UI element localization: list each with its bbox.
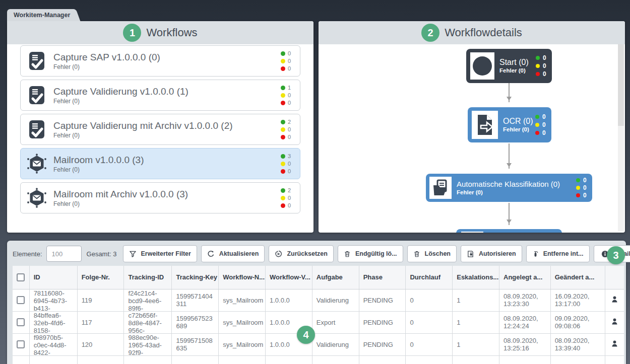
start-circle-icon	[470, 52, 494, 80]
workflow-item-title: Capture Validierung mit Archiv v1.0.0.0 …	[53, 120, 274, 131]
table-row[interactable]: f98970b5-c0ec-44d8-8422- 120 988ec90e-19…	[13, 333, 624, 355]
cell-eskalation: 1	[457, 341, 460, 348]
diagram-node-ocr[interactable]: OCR (0) Fehler (0) 0 0 0	[468, 107, 551, 142]
workflow-item-title: Capture Validierung v1.0.0.0 (1)	[53, 86, 274, 97]
red-count: 0	[543, 70, 546, 78]
refresh-icon	[207, 250, 215, 258]
yellow-status-dot	[536, 64, 540, 68]
yellow-count: 0	[543, 62, 546, 70]
column-header-tracking-id[interactable]: Tracking-ID	[124, 266, 172, 289]
green-status-dot	[281, 51, 285, 56]
workflow-item-capture-sap[interactable]: Capture SAP v1.0.0.0 (0) Fehler (0) 0 0 …	[20, 45, 300, 77]
column-header-aufgabe[interactable]: Aufgabe	[312, 266, 359, 289]
table-row[interactable]: 84bffea6-32eb-4fd6-8158- 117 c72b656f-8d…	[13, 311, 624, 333]
table-row-partial	[13, 355, 624, 364]
green-count: 0	[583, 177, 587, 184]
yellow-status-dot	[281, 59, 285, 63]
green-status-dot	[281, 154, 285, 159]
workflow-item-mailroom-archiv[interactable]: Mailroom mit Archiv v1.0.0.0 (3) Fehler …	[20, 182, 300, 213]
diagram-node-partial[interactable]	[456, 229, 562, 233]
diagram-scrollbar[interactable]	[618, 44, 624, 232]
delete-permanently-button[interactable]: Endgültig lö...	[338, 245, 403, 262]
red-status-dot	[281, 101, 285, 105]
green-count: 1	[288, 84, 291, 92]
diagram-scrollbar-thumb[interactable]	[618, 44, 624, 126]
advanced-filter-button[interactable]: Erweiterter Filter	[123, 245, 197, 262]
cell-tracking-key: 1599571508635	[176, 337, 214, 352]
row-checkbox[interactable]	[17, 296, 25, 304]
column-header-workflow-name[interactable]: Workflow-N...	[219, 266, 266, 289]
authorize-icon	[467, 250, 474, 258]
yellow-count: 0	[288, 92, 291, 99]
yellow-count: 0	[288, 57, 291, 65]
table-row[interactable]: 78116080-6945-4b73-b413- 119 f24c21c4-bc…	[13, 289, 624, 311]
column-header-id[interactable]: ID	[29, 266, 77, 289]
node-title: Start (0)	[499, 57, 531, 67]
remove-internal-button[interactable]: Entferne int...	[526, 245, 590, 262]
red-count: 0	[583, 192, 587, 199]
red-status-dot	[281, 66, 285, 71]
yellow-count: 0	[583, 184, 587, 192]
node-subtitle: Fehler (0)	[503, 126, 530, 133]
red-status-dot	[281, 169, 285, 174]
red-count: 0	[288, 202, 291, 209]
column-header-eskalations[interactable]: Eskalations...	[453, 266, 499, 289]
trash-icon	[413, 250, 420, 258]
cell-tracking-id: 988ec90e-1965-43ad-92f9-	[128, 334, 167, 355]
green-count: 0	[288, 50, 291, 57]
workflow-item-title: Mailroom v1.0.0.0 (3)	[53, 155, 274, 166]
step-badge-2: 2	[421, 24, 439, 42]
authorize-button[interactable]: Autorisieren	[461, 245, 522, 262]
column-header-geaendert[interactable]: Geändert a...	[550, 266, 605, 289]
green-count: 3	[288, 153, 291, 160]
reset-button[interactable]: Zurücksetzen	[269, 245, 334, 262]
red-count: 0	[288, 168, 291, 175]
yellow-count: 0	[542, 121, 546, 129]
cell-durchlauf: 0	[410, 319, 413, 326]
green-count: 0	[542, 113, 546, 121]
elements-count-input[interactable]	[46, 246, 82, 262]
user-icon	[611, 318, 618, 325]
delete-button[interactable]: Löschen	[407, 245, 457, 262]
workflow-item-mailroom[interactable]: Mailroom v1.0.0.0 (3) Fehler (0) 3 0 0	[20, 148, 300, 179]
cell-eskalation: 1	[457, 319, 460, 326]
cell-angelegt: 08.09.2020, 13:25:16	[503, 337, 546, 352]
app-window: Workitem-Manager 1 Workflows Capture SAP…	[0, 0, 630, 364]
cell-workflow-name: sys_Mailroom	[223, 341, 263, 348]
column-header-workflow-version[interactable]: Workflow-V...	[266, 266, 312, 289]
cell-tracking-id: f24c21c4-bcd9-4ee6-89f6-	[128, 289, 167, 311]
row-checkbox[interactable]	[17, 340, 25, 348]
column-header-phase[interactable]: Phase	[359, 266, 406, 289]
column-header-user	[605, 266, 624, 289]
red-count: 0	[288, 99, 291, 107]
elements-label: Elemente:	[13, 250, 42, 258]
yellow-status-dot	[281, 93, 285, 98]
column-header-tracking-key[interactable]: Tracking-Key	[172, 266, 219, 289]
workflow-item-capture-validierung[interactable]: Capture Validierung v1.0.0.0 (1) Fehler …	[20, 80, 300, 111]
green-status-dot	[576, 178, 580, 182]
column-header-folge-nr[interactable]: Folge-Nr.	[77, 266, 124, 289]
green-status-dot	[536, 56, 540, 60]
cell-workflow-version: 1.0.0.0	[270, 319, 290, 326]
workflow-item-title: Capture SAP v1.0.0.0 (0)	[53, 52, 274, 63]
yellow-status-dot	[281, 196, 285, 200]
column-header-angelegt[interactable]: Angelegt a...	[499, 266, 551, 289]
red-status-dot	[536, 72, 540, 76]
tab-workitem-manager[interactable]: Workitem-Manager	[7, 9, 74, 21]
workflow-item-capture-validierung-archiv[interactable]: Capture Validierung mit Archiv v1.0.0.0 …	[20, 114, 300, 145]
workflows-panel-header: 1 Workflows	[7, 21, 313, 44]
reset-icon	[275, 250, 282, 258]
yellow-count: 0	[288, 194, 291, 202]
diagram-node-automatische-klassifikation[interactable]: Automatische Klassifikation (0) Fehler (…	[426, 174, 592, 202]
filter-icon	[129, 250, 137, 258]
row-checkbox[interactable]	[17, 318, 25, 326]
node-title: Automatische Klassifikation (0)	[457, 180, 571, 189]
red-status-dot	[576, 193, 580, 197]
refresh-button[interactable]: Aktualisieren	[201, 245, 265, 262]
yellow-status-dot	[281, 162, 285, 166]
select-all-checkbox[interactable]	[17, 273, 25, 281]
diagram-node-start[interactable]: Start (0) Fehler (0) 0 0 0	[466, 49, 552, 83]
column-header-durchlauf[interactable]: Durchlauf	[406, 266, 453, 289]
workflow-item-subtitle: Fehler (0)	[53, 200, 274, 207]
cell-eskalation: 1	[457, 297, 460, 304]
